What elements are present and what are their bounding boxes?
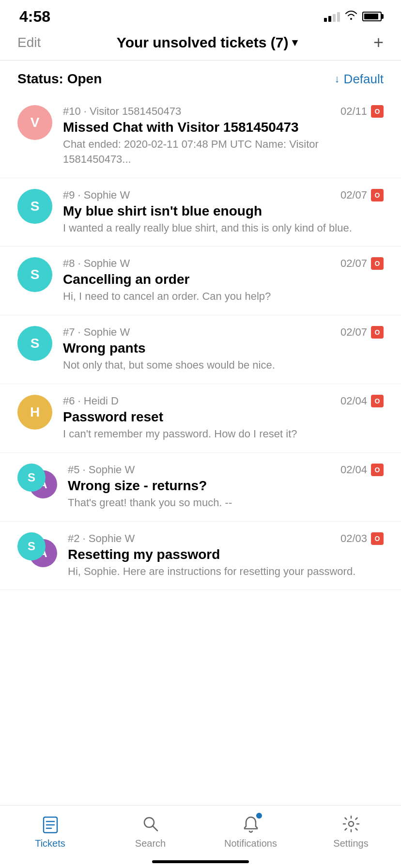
edit-button[interactable]: Edit <box>17 35 41 50</box>
ticket-meta: #9 · Sophie W 02/07 O <box>63 189 384 202</box>
ticket-info: #2 · Sophie W <box>68 532 135 545</box>
ticket-date-wrap: 02/04 O <box>340 395 384 407</box>
open-badge: O <box>371 395 384 407</box>
ticket-subject: My blue shirt isn't blue enough <box>63 203 384 219</box>
avatar-primary: S <box>17 532 46 560</box>
ticket-item[interactable]: H #6 · Heidi D 02/04 O Password reset I … <box>0 384 401 453</box>
status-icons <box>324 10 382 23</box>
open-badge: O <box>371 532 384 545</box>
ticket-item[interactable]: V #10 · Visitor 1581450473 02/11 O Misse… <box>0 94 401 178</box>
ticket-date-wrap: 02/07 O <box>340 189 384 202</box>
ticket-content: #8 · Sophie W 02/07 O Cancelling an orde… <box>63 257 384 304</box>
ticket-preview: Hi, I need to cancel an order. Can you h… <box>63 289 384 304</box>
battery-icon <box>362 12 382 21</box>
notifications-nav-label: Notifications <box>224 838 277 849</box>
ticket-date-wrap: 02/11 O <box>340 105 384 118</box>
chevron-down-icon: ▾ <box>292 36 297 49</box>
title-text: Your unsolved tickets (7) <box>117 34 289 51</box>
avatar: S <box>17 257 52 292</box>
avatar: S <box>17 189 52 224</box>
avatar: H <box>17 395 52 430</box>
ticket-subject: Wrong size - returns? <box>68 478 384 494</box>
search-icon <box>139 813 162 835</box>
ticket-subject: Wrong pants <box>63 341 384 356</box>
signal-icon <box>324 11 340 22</box>
open-badge: O <box>371 189 384 202</box>
ticket-item[interactable]: S A #5 · Sophie W 02/04 O Wrong size - r… <box>0 453 401 522</box>
ticket-info: #5 · Sophie W <box>68 464 135 476</box>
ticket-item[interactable]: S #8 · Sophie W 02/07 O Cancelling an or… <box>0 247 401 315</box>
settings-nav-label: Settings <box>333 838 368 849</box>
open-badge: O <box>371 105 384 118</box>
ticket-content: #6 · Heidi D 02/04 O Password reset I ca… <box>63 395 384 442</box>
ticket-info: #9 · Sophie W <box>63 189 130 202</box>
ticket-subject: Password reset <box>63 409 384 425</box>
ticket-content: #2 · Sophie W 02/03 O Resetting my passw… <box>68 532 384 579</box>
status-bar: 4:58 <box>0 0 401 29</box>
ticket-meta: #7 · Sophie W 02/07 O <box>63 326 384 339</box>
ticket-content: #9 · Sophie W 02/07 O My blue shirt isn'… <box>63 189 384 236</box>
tickets-nav-label: Tickets <box>35 838 65 849</box>
ticket-item[interactable]: S #9 · Sophie W 02/07 O My blue shirt is… <box>0 178 401 247</box>
ticket-date-wrap: 02/04 O <box>340 464 384 476</box>
ticket-preview: I can't remember my password. How do I r… <box>63 427 384 442</box>
nav-notifications[interactable]: Notifications <box>217 813 285 849</box>
wifi-icon <box>345 10 357 23</box>
status-time: 4:58 <box>19 8 50 26</box>
sort-arrow-icon: ↓ <box>335 73 340 85</box>
ticket-preview: Chat ended: 2020-02-11 07:48 PM UTC Name… <box>63 137 384 167</box>
ticket-item[interactable]: S A #2 · Sophie W 02/03 O Resetting my p… <box>0 522 401 590</box>
ticket-preview: I wanted a really really blue shirt, and… <box>63 221 384 236</box>
ticket-date: 02/07 <box>340 326 367 339</box>
ticket-info: #10 · Visitor 1581450473 <box>63 105 181 118</box>
ticket-meta: #5 · Sophie W 02/04 O <box>68 464 384 476</box>
nav-settings[interactable]: Settings <box>317 813 385 849</box>
tickets-icon <box>39 813 62 835</box>
ticket-content: #10 · Visitor 1581450473 02/11 O Missed … <box>63 105 384 167</box>
bottom-nav: Tickets Search Notifications Settings <box>0 805 401 868</box>
ticket-subject: Cancelling an order <box>63 272 384 287</box>
avatar: S A <box>17 532 57 567</box>
search-nav-label: Search <box>135 838 166 849</box>
ticket-date: 02/07 <box>340 257 367 270</box>
avatar: S A <box>17 464 57 498</box>
ticket-date: 02/04 <box>340 464 367 476</box>
ticket-date-wrap: 02/07 O <box>340 257 384 270</box>
nav-search[interactable]: Search <box>117 813 185 849</box>
ticket-info: #7 · Sophie W <box>63 326 130 339</box>
svg-point-6 <box>349 822 354 826</box>
settings-icon <box>340 813 362 835</box>
default-label: Default <box>344 72 384 87</box>
ticket-date: 02/04 <box>340 395 367 407</box>
ticket-subject: Missed Chat with Visitor 1581450473 <box>63 120 384 135</box>
nav-tickets[interactable]: Tickets <box>16 813 84 849</box>
ticket-date: 02/03 <box>340 532 367 545</box>
ticket-date: 02/11 <box>340 105 367 118</box>
header: Edit Your unsolved tickets (7) ▾ + <box>0 29 401 61</box>
avatar: V <box>17 105 52 140</box>
open-badge: O <box>371 257 384 270</box>
ticket-preview: Not only that, but some shoes would be n… <box>63 358 384 373</box>
ticket-content: #7 · Sophie W 02/07 O Wrong pants Not on… <box>63 326 384 373</box>
ticket-preview: That's great! thank you so much. -- <box>68 496 384 511</box>
status-label: Status: Open <box>17 71 102 87</box>
avatar: S <box>17 326 52 361</box>
ticket-list: V #10 · Visitor 1581450473 02/11 O Misse… <box>0 94 401 648</box>
page-title[interactable]: Your unsolved tickets (7) ▾ <box>117 34 298 51</box>
ticket-meta: #2 · Sophie W 02/03 O <box>68 532 384 545</box>
ticket-date-wrap: 02/07 O <box>340 326 384 339</box>
ticket-info: #6 · Heidi D <box>63 395 119 407</box>
avatar-primary: S <box>17 464 46 492</box>
open-badge: O <box>371 464 384 476</box>
ticket-date: 02/07 <box>340 189 367 202</box>
status-row: Status: Open ↓ Default <box>0 61 401 94</box>
default-sort-button[interactable]: ↓ Default <box>335 72 384 87</box>
svg-line-5 <box>153 826 157 831</box>
home-indicator <box>152 860 249 863</box>
ticket-subject: Resetting my password <box>68 547 384 562</box>
notifications-icon <box>240 813 262 835</box>
add-ticket-button[interactable]: + <box>373 34 384 51</box>
ticket-date-wrap: 02/03 O <box>340 532 384 545</box>
ticket-meta: #6 · Heidi D 02/04 O <box>63 395 384 407</box>
ticket-item[interactable]: S #7 · Sophie W 02/07 O Wrong pants Not … <box>0 315 401 384</box>
